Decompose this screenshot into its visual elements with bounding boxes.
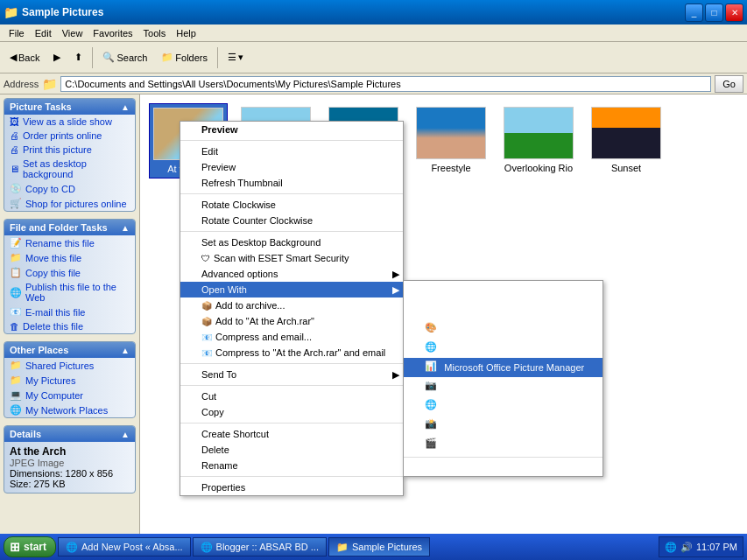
photoimpact-icon: 📸 <box>425 418 439 432</box>
context-menu-item-rename[interactable]: Rename <box>180 458 403 473</box>
context-menu-item-sendto[interactable]: Send To ▶ <box>180 367 403 382</box>
context-menu-item-delete[interactable]: Delete <box>180 442 403 458</box>
context-menu-item-preview-bold[interactable]: Preview <box>180 122 403 137</box>
context-menu-item-compress-rar-email[interactable]: 📧Compress to "At the Arch.rar" and email <box>180 345 403 360</box>
slideshow-icon: 🖼 <box>10 116 19 127</box>
file-folder-tasks-label: File and Folder Tasks <box>10 222 108 233</box>
submenu-item-photoimpact[interactable]: 📸 PhotoImpact <box>404 416 603 435</box>
search-button[interactable]: 🔍 Search <box>96 49 153 66</box>
taskbar-item-blogger1[interactable]: 🌐 Add New Post « Absa... <box>58 537 191 556</box>
details-header[interactable]: Details ▲ <box>4 426 135 442</box>
submenu-item-paint[interactable]: 🎨 Paint <box>404 319 603 339</box>
chrome-label: Google Chrome <box>444 343 512 354</box>
sidebar-item-desktop-bg[interactable]: 🖥 Set as desktop background <box>4 157 135 181</box>
sidebar-item-publish[interactable]: 🌐 Publish this file to the Web <box>4 280 135 304</box>
up-button[interactable]: ⬆ <box>68 49 88 66</box>
sidebar-item-move[interactable]: 📁 Move this file <box>4 250 135 265</box>
menu-view[interactable]: View <box>57 26 88 40</box>
picture-tasks-header[interactable]: Picture Tasks ▲ <box>4 99 135 115</box>
sidebar-item-copy-cd[interactable]: 💿 Copy to CD <box>4 181 135 196</box>
context-menu-separator-6 <box>180 423 403 424</box>
sidebar-item-shop[interactable]: 🛒 Shop for pictures online <box>4 196 135 211</box>
submenu-item-acdsee[interactable]: 📷 ACDSee 7.0 Application <box>404 377 603 396</box>
context-menu-item-preview[interactable]: Preview <box>180 159 403 175</box>
context-menu-separator-3 <box>180 231 403 232</box>
acdsee-label: ACDSee 7.0 Application <box>444 382 546 392</box>
views-button[interactable]: ☰ ▾ <box>222 49 250 66</box>
taskbar-item-sample-pictures[interactable]: 📁 Sample Pictures <box>328 537 430 556</box>
context-menu-item-compress-email[interactable]: 📧Compress and email... <box>180 329 403 345</box>
details-size: Size: 275 KB <box>10 479 130 489</box>
context-menu-item-add-archive[interactable]: 📦Add to archive... <box>180 298 403 313</box>
submenu-item-winfax[interactable]: 🖼 Windows Picture and Fax Viewer <box>404 281 603 300</box>
sidebar-item-shared-pictures[interactable]: 📁 Shared Pictures <box>4 358 135 373</box>
list-item[interactable]: Overlooking Rio <box>499 103 578 178</box>
context-menu-item-add-rar[interactable]: 📦Add to "At the Arch.rar" <box>180 313 403 329</box>
prints-online-icon: 🖨 <box>10 130 19 141</box>
sidebar-item-my-computer[interactable]: 💻 My Computer <box>4 388 135 402</box>
submenu-item-office-picture[interactable]: 📊 Microsoft Office Picture Manager <box>404 358 603 377</box>
file-folder-tasks-toggle[interactable]: ▲ <box>121 223 130 233</box>
back-icon: ◀ <box>10 52 17 63</box>
submenu-item-ie[interactable]: 🌐 Internet Explorer <box>404 396 603 416</box>
back-button[interactable]: ◀ Back <box>4 49 46 66</box>
minimize-button[interactable]: _ <box>685 4 703 22</box>
context-menu-item-advanced[interactable]: Advanced options ▶ <box>180 266 403 282</box>
menu-favorites[interactable]: Favorites <box>88 26 137 40</box>
context-menu-item-rotate-ccw[interactable]: Rotate Counter Clockwise <box>180 213 403 228</box>
sidebar-item-my-pictures[interactable]: 📁 My Pictures <box>4 373 135 388</box>
submenu-item-choose[interactable]: Choose Program... <box>404 460 603 476</box>
menu-tools[interactable]: Tools <box>138 26 172 40</box>
other-places-header[interactable]: Other Places ▲ <box>4 342 135 358</box>
blogger2-icon: 🌐 <box>201 542 213 553</box>
folders-button[interactable]: 📁 Folders <box>155 49 214 66</box>
picture-tasks-toggle[interactable]: ▲ <box>121 102 130 112</box>
context-menu-item-cut[interactable]: Cut <box>180 388 403 404</box>
file-label: Sunset <box>611 163 641 173</box>
menu-help[interactable]: Help <box>171 26 201 40</box>
file-area[interactable]: At the A... hills Fish Freestyle Overloo… <box>140 94 747 537</box>
context-menu-item-create-shortcut[interactable]: Create Shortcut <box>180 426 403 442</box>
start-icon: ⊞ <box>10 540 20 554</box>
start-button[interactable]: ⊞ start <box>4 536 56 557</box>
sidebar-item-prints-online[interactable]: 🖨 Order prints online <box>4 129 135 143</box>
details-type: JPEG Image <box>10 458 130 468</box>
other-places-toggle[interactable]: ▲ <box>121 346 130 355</box>
menu-file[interactable]: File <box>4 26 30 40</box>
context-menu-item-refresh[interactable]: Refresh Thumbnail <box>180 175 403 191</box>
context-menu-item-properties[interactable]: Properties <box>180 480 403 495</box>
submenu-item-ulead[interactable]: 🎬 Ulead VideoStudio <box>404 435 603 454</box>
sidebar-item-my-network[interactable]: 🌐 My Network Places <box>4 402 135 417</box>
sidebar-item-slideshow[interactable]: 🖼 View as a slide show <box>4 115 135 129</box>
details-toggle[interactable]: ▲ <box>121 430 130 439</box>
context-menu-item-rotate-cw[interactable]: Rotate Clockwise <box>180 197 403 213</box>
sidebar-item-email[interactable]: 📧 E-mail this file <box>4 304 135 319</box>
context-menu-item-edit[interactable]: Edit <box>180 144 403 159</box>
go-button[interactable]: Go <box>715 75 743 93</box>
context-menu-item-open-with[interactable]: Open With ▶ 🖼 Windows Picture and Fax Vi… <box>180 282 403 298</box>
sidebar-item-print[interactable]: 🖨 Print this picture <box>4 143 135 157</box>
chrome-icon: 🌐 <box>425 341 439 355</box>
list-item[interactable]: Sunset <box>587 103 666 178</box>
submenu-item-pictureview[interactable]: 🖼 PictureViewer <box>404 300 603 319</box>
forward-button[interactable]: ▶ <box>47 49 67 66</box>
sidebar-item-delete[interactable]: 🗑 Delete this file <box>4 319 135 333</box>
list-item[interactable]: Freestyle <box>412 103 490 178</box>
address-input[interactable] <box>60 76 711 92</box>
sidebar-item-copy[interactable]: 📋 Copy this file <box>4 265 135 280</box>
sidebar-item-rename[interactable]: 📝 Rename this file <box>4 235 135 250</box>
taskbar-item-blogger2[interactable]: 🌐 Blogger :: ABSAR BD ... <box>193 537 327 556</box>
context-menu-item-set-bg[interactable]: Set as Desktop Background <box>180 234 403 250</box>
open-with-submenu: 🖼 Windows Picture and Fax Viewer 🖼 Pictu… <box>403 280 603 477</box>
views-icon: ☰ <box>228 52 236 63</box>
menu-edit[interactable]: Edit <box>30 26 57 40</box>
shared-pictures-icon: 📁 <box>10 360 22 371</box>
picture-tasks-section: Picture Tasks ▲ 🖼 View as a slide show 🖨… <box>4 98 136 212</box>
file-folder-tasks-header[interactable]: File and Folder Tasks ▲ <box>4 220 135 235</box>
print-icon: 🖨 <box>10 144 19 155</box>
close-button[interactable]: ✕ <box>725 4 743 22</box>
context-menu-item-copy[interactable]: Copy <box>180 404 403 420</box>
submenu-item-chrome[interactable]: 🌐 Google Chrome <box>404 339 603 358</box>
maximize-button[interactable]: □ <box>705 4 723 22</box>
context-menu-item-scan-eset[interactable]: 🛡Scan with ESET Smart Security <box>180 250 403 266</box>
